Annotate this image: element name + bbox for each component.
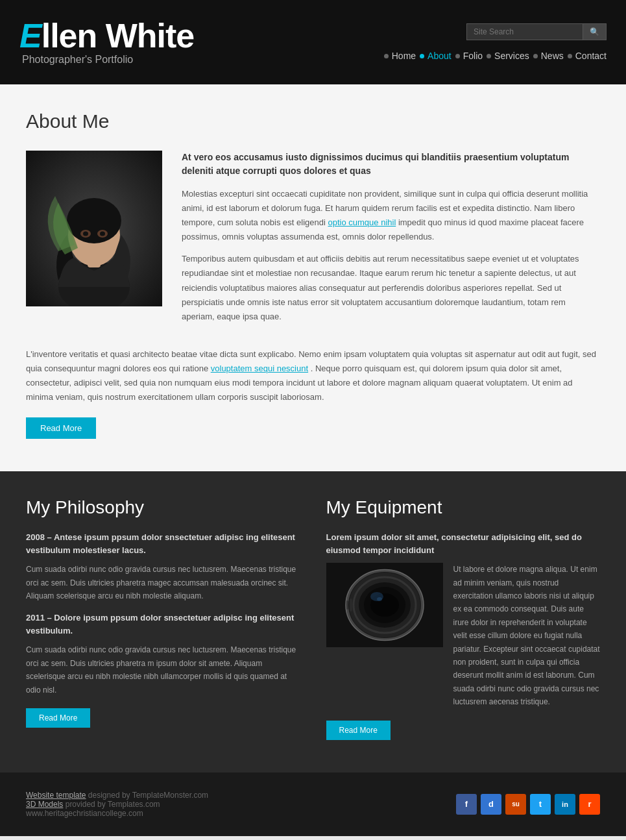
footer-credit2: designed by TemplateMonster.com — [88, 791, 208, 800]
about-photo — [26, 151, 162, 306]
svg-rect-20 — [350, 599, 352, 611]
nav-item-home[interactable]: Home — [384, 51, 416, 61]
about-section: At vero eos accusamus iusto dignissimos … — [26, 151, 600, 332]
nav-label-about: About — [427, 51, 451, 61]
equipment-photo — [326, 563, 443, 647]
nav-label-news: News — [541, 51, 564, 61]
footer-social: f d su t in r — [456, 794, 600, 815]
social-linkedin[interactable]: in — [555, 794, 575, 815]
camera-lens-image — [326, 563, 443, 647]
logo-title: Ellen White — [19, 19, 194, 53]
equipment-text: Ut labore et dolore magna aliqua. Ut eni… — [453, 563, 601, 708]
footer-website: www.heritagechristiancollege.com — [26, 809, 143, 818]
social-reddit[interactable]: r — [579, 794, 600, 815]
page-title: About Me — [26, 110, 600, 132]
nav-dot-services — [487, 54, 491, 58]
footer-credits: Website template designed by TemplateMon… — [26, 791, 208, 818]
about-read-more-button[interactable]: Read More — [26, 417, 96, 439]
footer-3d-link[interactable]: 3D Models — [26, 800, 63, 809]
search-bar: 🔍 — [466, 23, 607, 40]
logo-rest: llen White — [42, 17, 195, 55]
nav-label-services: Services — [494, 51, 529, 61]
equipment-content: Ut labore et dolore magna aliqua. Ut eni… — [326, 563, 601, 708]
philosophy-entry1-title: 2008 – Antese ipsum ppsum dolor snsectet… — [26, 531, 300, 556]
footer-template-link[interactable]: Website template — [26, 791, 86, 800]
nav-item-contact[interactable]: Contact — [568, 51, 607, 61]
about-link1[interactable]: optio cumque nihil — [328, 217, 396, 227]
nav-item-folio[interactable]: Folio — [455, 51, 483, 61]
main-nav: Home About Folio Services News Contact — [384, 51, 607, 61]
logo-subtitle: Photographer's Portfolio — [22, 54, 194, 66]
svg-point-17 — [377, 597, 382, 601]
header: Ellen White Photographer's Portfolio 🔍 H… — [0, 0, 626, 84]
about-para1: Molestias excepturi sint occaecati cupid… — [182, 187, 600, 244]
search-button[interactable]: 🔍 — [583, 23, 607, 40]
search-input[interactable] — [466, 23, 583, 40]
nav-item-about[interactable]: About — [420, 51, 451, 61]
svg-point-7 — [83, 232, 88, 236]
equipment-column: My Equipment Lorem ipsum dolor sit amet,… — [326, 497, 601, 739]
nav-label-home: Home — [392, 51, 416, 61]
dark-section: My Philosophy 2008 – Antese ipsum ppsum … — [0, 471, 626, 772]
social-delicious[interactable]: d — [481, 794, 501, 815]
philosophy-entry2-body: Cum suada odirbi nunc odio gravida cursu… — [26, 643, 300, 697]
svg-point-4 — [67, 198, 121, 243]
nav-dot-news — [533, 54, 538, 58]
logo: Ellen White Photographer's Portfolio — [19, 19, 194, 66]
social-facebook[interactable]: f — [456, 794, 477, 815]
equipment-read-more-button[interactable]: Read More — [326, 721, 391, 740]
about-body: L'inventore veritatis et quasi architect… — [26, 347, 600, 404]
about-para2: Temporibus autem quibusdam et aut offici… — [182, 252, 600, 323]
about-lead: At vero eos accusamus iusto dignissimos … — [182, 151, 600, 178]
about-link2[interactable]: voluptatem sequi nesciunt — [211, 364, 308, 373]
footer-credit4: provided by Templates.com — [66, 800, 160, 809]
equipment-lead: Lorem ipsum dolor sit amet, consectetur … — [326, 531, 601, 556]
about-body-para: L'inventore veritatis et quasi architect… — [26, 347, 600, 404]
philosophy-entry1-body: Cum suada odirbi nunc odio gravida cursu… — [26, 563, 300, 602]
nav-label-folio: Folio — [463, 51, 483, 61]
nav-item-news[interactable]: News — [533, 51, 564, 61]
social-stumbleupon[interactable]: su — [505, 794, 526, 815]
philosophy-entry2-title: 2011 – Dolore ipsum ppsum dolor snsectet… — [26, 611, 300, 637]
nav-dot-about — [420, 54, 424, 58]
header-right: 🔍 Home About Folio Services News — [384, 23, 607, 61]
about-text-block: At vero eos accusamus iusto dignissimos … — [182, 151, 600, 332]
footer: Website template designed by TemplateMon… — [0, 772, 626, 836]
nav-dot — [384, 54, 389, 58]
social-twitter[interactable]: t — [530, 794, 551, 815]
nav-label-contact: Contact — [575, 51, 607, 61]
svg-point-8 — [100, 232, 105, 236]
philosophy-column: My Philosophy 2008 – Antese ipsum ppsum … — [26, 497, 300, 739]
nav-dot-folio — [455, 54, 460, 58]
equipment-title: My Equipment — [326, 497, 601, 518]
philosophy-read-more-button[interactable]: Read More — [26, 708, 90, 728]
main-content: About Me — [0, 84, 626, 471]
portrait-image — [26, 151, 162, 306]
nav-dot-contact — [568, 54, 572, 58]
logo-first-letter: E — [19, 17, 42, 55]
nav-item-services[interactable]: Services — [487, 51, 529, 61]
philosophy-title: My Philosophy — [26, 497, 300, 518]
